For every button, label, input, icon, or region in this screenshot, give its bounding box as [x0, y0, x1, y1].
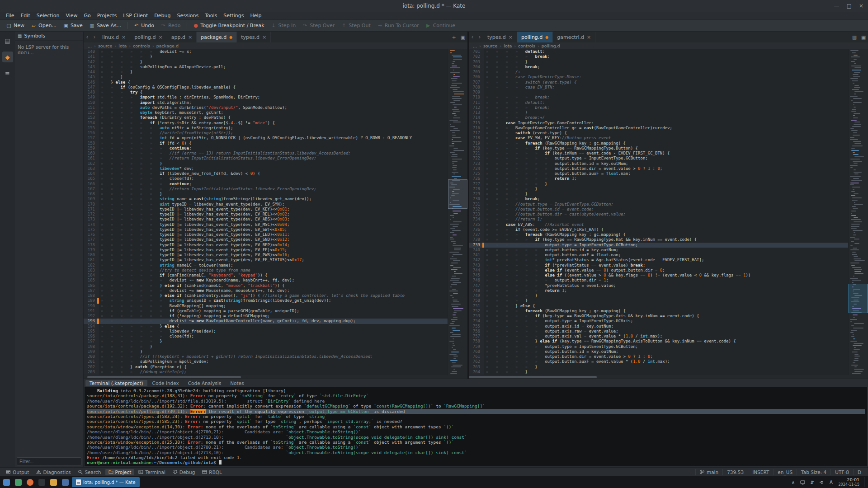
- code-line-731[interactable]: 731» » » //output.type = InputEventType.…: [469, 202, 848, 207]
- code-line-172[interactable]: 172» » » » » » typeID |= libevdev_has_ev…: [84, 212, 448, 217]
- code-line-704[interactable]: 704» » » » break;: [469, 65, 848, 70]
- maximize-button[interactable]: □: [847, 3, 852, 9]
- new-button[interactable]: ▢New: [3, 22, 28, 29]
- network-icon[interactable]: ⇵: [810, 480, 815, 485]
- code-line-724[interactable]: 724» » » » » » » output.button.dir = eve…: [469, 166, 848, 171]
- code-line-193[interactable]: 193» » » » » » » devList ~= new RawInput…: [84, 319, 448, 324]
- code-line-186[interactable]: 186» » » » » » } else if (canFind(nameLC…: [84, 283, 448, 288]
- code-line-142[interactable]: 142» » » » }: [84, 60, 448, 65]
- terminal-launcher-icon[interactable]: [37, 477, 47, 487]
- code-line-201[interactable]: 201» » » » subPollingFun = &poll_evdev;: [84, 359, 448, 364]
- breadcrumb-[interactable]: ...: [473, 43, 477, 48]
- code-line-746[interactable]: 746» » » » » » » output.button.dir = 1;: [469, 278, 848, 283]
- terminal-line-9[interactable]: /home/user/dlang/ldc/bin/../import/objec…: [87, 429, 865, 434]
- code-line-195[interactable]: 195» » » » » » » libevdev_free(dev);: [84, 329, 448, 334]
- undo-button[interactable]: ↶Undo: [130, 22, 157, 29]
- menu-sessions[interactable]: Sessions: [174, 13, 202, 19]
- detach-icon[interactable]: ▣: [458, 32, 467, 42]
- breadcrumb-controls[interactable]: controls: [133, 43, 150, 48]
- tab-types-d[interactable]: types.d×: [483, 32, 517, 42]
- code-line-730[interactable]: 730» » » » break;: [469, 197, 848, 202]
- code-line-714[interactable]: 714» » » » break;+/: [469, 115, 848, 120]
- save-button[interactable]: ▣Save: [60, 22, 86, 29]
- code-line-742[interactable]: 742» » » » » » int* prevHatStatus = &gc.…: [469, 258, 848, 263]
- code-line-166[interactable]: 166» » » » » » » continue;: [84, 182, 448, 187]
- code-line-716[interactable]: 716» » » RawInputGameController gc = cas…: [469, 126, 848, 131]
- code-line-748[interactable]: 748» » » » » » return 1;: [469, 288, 848, 293]
- code-line-735[interactable]: 735» » case EV_ABS: //Axis/hat event: [469, 222, 848, 227]
- filter-input[interactable]: [17, 457, 81, 465]
- code-line-728[interactable]: 728» » » » » }: [469, 187, 848, 192]
- right-hscroll-thumb[interactable]: [469, 376, 597, 378]
- code-line-184[interactable]: 184» » » » » » if (canFind(nameLC, "keyb…: [84, 273, 448, 278]
- code-line-710[interactable]: 710» » » » » break;: [469, 95, 848, 100]
- code-line-183[interactable]: 183» » » » » » //try to detect device ty…: [84, 268, 448, 273]
- keyboard-layout-icon[interactable]: A: [829, 480, 834, 485]
- tab-gamectrl-d[interactable]: gamectrl.d×: [553, 32, 595, 42]
- code-line-752[interactable]: 752» » » » foreach (RawGCMapping key ; g…: [469, 309, 848, 314]
- open-button[interactable]: ▱Open...: [28, 22, 60, 29]
- code-line-729[interactable]: 729» » » » }: [469, 192, 848, 197]
- status-insert[interactable]: INSERT: [748, 469, 773, 475]
- terminal-line-2[interactable]: source/iota/controls/package.d(188,31): …: [87, 393, 865, 398]
- split-icon[interactable]: ≡: [2, 68, 13, 79]
- terminal-line-14[interactable]: Error /home/user/dlang/ldc/bin/ldc2 fail…: [87, 455, 865, 460]
- continue-button[interactable]: ▶Continue: [422, 22, 458, 29]
- code-line-181[interactable]: 181» » » » » » typeID |= libevdev_has_ev…: [84, 258, 448, 263]
- code-line-192[interactable]: 192» » » » » » » if (!mapping) mapping =…: [84, 314, 448, 319]
- code-line-741[interactable]: 741» » » » » » output.button.auxF = floa…: [469, 253, 848, 258]
- code-line-157[interactable]: 157» » » » » » int fd = open(ntStr, O_NO…: [84, 136, 448, 141]
- code-line-158[interactable]: 158» » » » » » if (fd < 0) {: [84, 141, 448, 146]
- breadcrumb-source[interactable]: source: [98, 43, 113, 48]
- code-line-174[interactable]: 174» » » » » » typeID |= libevdev_has_ev…: [84, 222, 448, 227]
- code-line-164[interactable]: 164» » » » » » if (libevdev_new_from_fd(…: [84, 171, 448, 176]
- code-line-189[interactable]: 189» » » » » » » string uniqueID = cast(…: [84, 298, 448, 303]
- code-line-167[interactable]: 167» » » » » » » //return InputInitializ…: [84, 187, 448, 192]
- code-line-191[interactable]: 191» » » » » » » if (gcmTable) mapping =…: [84, 309, 448, 314]
- code-line-169[interactable]: 169» » » » » » string name = cast(string…: [84, 197, 448, 202]
- code-line-194[interactable]: 194» » » » » » } else {: [84, 324, 448, 329]
- kate-launcher-icon[interactable]: [60, 477, 70, 487]
- code-line-182[interactable]: 182» » » » » » string nameLC = toLower(n…: [84, 263, 448, 268]
- code-line-170[interactable]: 170» » » » » » uint typeID = libevdev_ha…: [84, 202, 448, 207]
- close-tab-icon[interactable]: ×: [587, 34, 591, 40]
- code-line-145[interactable]: 145» » }: [84, 75, 448, 80]
- code-line-198[interactable]: 198» » » » » }: [84, 344, 448, 349]
- menu-debug[interactable]: Debug: [151, 13, 174, 19]
- code-line-751[interactable]: 751» » » } else {: [469, 304, 848, 309]
- redo-button[interactable]: ↷Redo: [157, 22, 184, 29]
- code-line-758[interactable]: 758» » » » » } else if (key.type == RawG…: [469, 339, 848, 344]
- code-line-736[interactable]: 736» » » if (event.code >= EVDEV_FIRST_H…: [469, 227, 848, 232]
- diagnostics-toggle-button[interactable]: Diagnostics: [33, 469, 74, 475]
- menu-view[interactable]: View: [62, 13, 80, 19]
- tab-scroll-right-icon[interactable]: ›: [476, 32, 483, 42]
- code-line-165[interactable]: 165» » » » » » » close(fd);: [84, 176, 448, 181]
- code-line-146[interactable]: 146» } else {: [84, 80, 448, 85]
- show-desktop-button[interactable]: [864, 477, 867, 487]
- symbols-icon[interactable]: ◆: [2, 52, 13, 62]
- code-line-149[interactable]: 149» » » » import std.file : dirEntries,…: [84, 95, 448, 100]
- code-line-739[interactable]: 739» » » » » » output.type = InputEventT…: [469, 243, 848, 248]
- terminal-line-15[interactable]: user@user-virtual-machine:~/Documents/gi…: [87, 460, 865, 465]
- code-line-763[interactable]: 763» » » » » }: [469, 365, 848, 370]
- code-line-168[interactable]: 168» » » » » » }: [84, 192, 448, 197]
- code-line-703[interactable]: 703» » » » }: [469, 60, 848, 65]
- new-tab-icon[interactable]: +: [449, 32, 458, 42]
- code-line-747[interactable]: 747» » » » » » *prevHatStatus = event.va…: [469, 283, 848, 288]
- status-d[interactable]: D: [853, 469, 865, 475]
- code-line-153[interactable]: 153» » » » foreach (DirEntry entry ; dev…: [84, 115, 448, 120]
- terminal-toggle-button[interactable]: Terminal: [135, 469, 168, 475]
- code-line-177[interactable]: 177» » » » » » typeID |= libevdev_has_ev…: [84, 237, 448, 242]
- menu-file[interactable]: File: [3, 13, 17, 19]
- step-in-button[interactable]: ↓Step In: [268, 22, 299, 29]
- menu-tools[interactable]: Tools: [202, 13, 220, 19]
- step-over-button[interactable]: ↷Step Over: [299, 22, 338, 29]
- documents-icon[interactable]: ▤: [2, 35, 13, 46]
- code-line-159[interactable]: 159» » » » » » » continue;: [84, 146, 448, 151]
- terminal-line-12[interactable]: /home/user/dlang/ldc/bin/../import/objec…: [87, 445, 865, 450]
- output-toggle-button[interactable]: Output: [3, 469, 32, 475]
- tray-expander-icon[interactable]: ∧: [791, 480, 796, 485]
- titlebar[interactable]: iota: polling.d * — Kate —□×: [0, 0, 868, 12]
- tab-scroll-right-icon[interactable]: ›: [91, 32, 98, 42]
- code-line-745[interactable]: 745» » » » » » else if ((event.value > 0…: [469, 273, 848, 278]
